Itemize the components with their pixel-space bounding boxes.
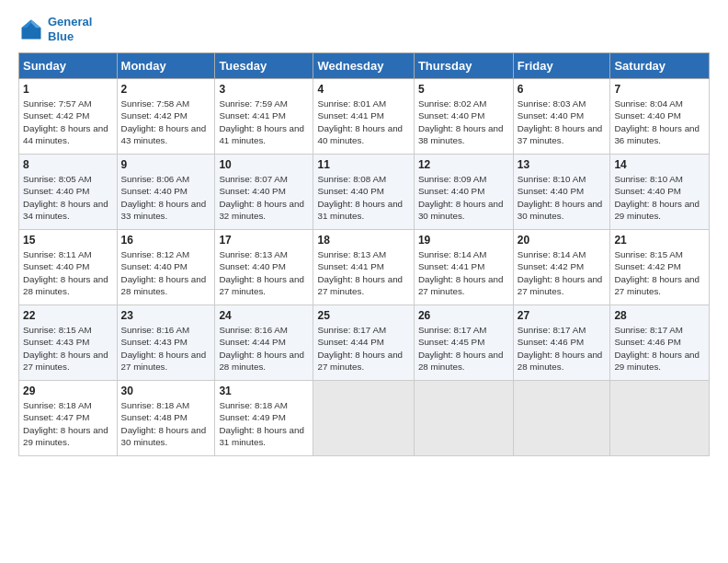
cell-info: Sunrise: 8:13 AMSunset: 4:40 PMDaylight:… <box>219 249 304 296</box>
cell-info: Sunrise: 8:05 AMSunset: 4:40 PMDaylight:… <box>23 174 108 221</box>
cell-info: Sunrise: 8:15 AMSunset: 4:43 PMDaylight:… <box>23 325 108 372</box>
day-number: 17 <box>219 234 309 247</box>
calendar-cell: 16 Sunrise: 8:12 AMSunset: 4:40 PMDaylig… <box>117 230 215 305</box>
day-header: Friday <box>513 53 610 79</box>
calendar-cell: 28 Sunrise: 8:17 AMSunset: 4:46 PMDaylig… <box>610 305 710 381</box>
cell-info: Sunrise: 8:14 AMSunset: 4:41 PMDaylight:… <box>418 249 504 296</box>
cell-info: Sunrise: 8:10 AMSunset: 4:40 PMDaylight:… <box>614 174 700 221</box>
cell-info: Sunrise: 8:13 AMSunset: 4:41 PMDaylight:… <box>317 249 403 296</box>
day-number: 26 <box>418 309 509 322</box>
calendar-cell: 2 Sunrise: 7:58 AMSunset: 4:42 PMDayligh… <box>117 79 215 155</box>
day-header: Thursday <box>414 53 513 79</box>
day-number: 30 <box>121 385 211 397</box>
logo-icon <box>18 17 44 42</box>
cell-info: Sunrise: 8:15 AMSunset: 4:42 PMDaylight:… <box>614 249 700 296</box>
day-number: 2 <box>121 83 211 96</box>
day-number: 5 <box>418 83 509 96</box>
calendar-cell: 8 Sunrise: 8:05 AMSunset: 4:40 PMDayligh… <box>19 155 118 230</box>
header: General Blue <box>18 15 710 43</box>
calendar-cell: 25 Sunrise: 8:17 AMSunset: 4:44 PMDaylig… <box>313 305 414 381</box>
calendar-cell: 3 Sunrise: 7:59 AMSunset: 4:41 PMDayligh… <box>215 79 313 155</box>
day-number: 19 <box>418 234 509 247</box>
calendar-cell: 26 Sunrise: 8:17 AMSunset: 4:45 PMDaylig… <box>414 305 513 381</box>
cell-info: Sunrise: 8:16 AMSunset: 4:43 PMDaylight:… <box>121 325 207 372</box>
calendar-cell: 21 Sunrise: 8:15 AMSunset: 4:42 PMDaylig… <box>610 230 710 305</box>
day-header: Saturday <box>610 53 710 79</box>
day-number: 29 <box>23 385 113 397</box>
cell-info: Sunrise: 8:17 AMSunset: 4:46 PMDaylight:… <box>614 325 700 372</box>
cell-info: Sunrise: 8:12 AMSunset: 4:40 PMDaylight:… <box>121 249 207 296</box>
day-number: 4 <box>317 83 409 96</box>
calendar-cell <box>414 381 513 456</box>
calendar-cell <box>513 381 610 456</box>
cell-info: Sunrise: 8:06 AMSunset: 4:40 PMDaylight:… <box>121 174 207 221</box>
cell-info: Sunrise: 8:10 AMSunset: 4:40 PMDaylight:… <box>518 174 603 221</box>
calendar-cell <box>313 381 414 456</box>
day-header: Tuesday <box>215 53 313 79</box>
calendar-cell: 19 Sunrise: 8:14 AMSunset: 4:41 PMDaylig… <box>414 230 513 305</box>
cell-info: Sunrise: 8:09 AMSunset: 4:40 PMDaylight:… <box>418 174 504 221</box>
calendar-cell: 6 Sunrise: 8:03 AMSunset: 4:40 PMDayligh… <box>513 79 610 155</box>
cell-info: Sunrise: 8:02 AMSunset: 4:40 PMDaylight:… <box>418 98 504 145</box>
cell-info: Sunrise: 8:16 AMSunset: 4:44 PMDaylight:… <box>219 325 304 372</box>
day-number: 8 <box>23 158 113 171</box>
calendar-cell: 30 Sunrise: 8:18 AMSunset: 4:48 PMDaylig… <box>117 381 215 456</box>
logo: General Blue <box>18 15 92 43</box>
cell-info: Sunrise: 8:17 AMSunset: 4:46 PMDaylight:… <box>518 325 603 372</box>
day-number: 31 <box>219 385 309 397</box>
calendar-cell: 1 Sunrise: 7:57 AMSunset: 4:42 PMDayligh… <box>19 79 118 155</box>
day-number: 16 <box>121 234 211 247</box>
day-number: 6 <box>518 83 607 96</box>
day-number: 28 <box>614 309 705 322</box>
day-number: 7 <box>614 83 705 96</box>
calendar-cell: 23 Sunrise: 8:16 AMSunset: 4:43 PMDaylig… <box>117 305 215 381</box>
calendar-cell: 14 Sunrise: 8:10 AMSunset: 4:40 PMDaylig… <box>610 155 710 230</box>
cell-info: Sunrise: 8:03 AMSunset: 4:40 PMDaylight:… <box>518 98 603 145</box>
day-number: 13 <box>518 158 607 171</box>
calendar-table: SundayMondayTuesdayWednesdayThursdayFrid… <box>18 52 710 456</box>
calendar-cell: 18 Sunrise: 8:13 AMSunset: 4:41 PMDaylig… <box>313 230 414 305</box>
cell-info: Sunrise: 8:18 AMSunset: 4:48 PMDaylight:… <box>121 400 207 447</box>
calendar-cell: 10 Sunrise: 8:07 AMSunset: 4:40 PMDaylig… <box>215 155 313 230</box>
calendar-cell: 11 Sunrise: 8:08 AMSunset: 4:40 PMDaylig… <box>313 155 414 230</box>
cell-info: Sunrise: 7:57 AMSunset: 4:42 PMDaylight:… <box>23 98 108 145</box>
day-number: 24 <box>219 309 309 322</box>
cell-info: Sunrise: 8:11 AMSunset: 4:40 PMDaylight:… <box>23 249 108 296</box>
calendar-cell: 22 Sunrise: 8:15 AMSunset: 4:43 PMDaylig… <box>19 305 118 381</box>
day-number: 25 <box>317 309 409 322</box>
day-number: 15 <box>23 234 113 247</box>
day-number: 1 <box>23 83 113 96</box>
cell-info: Sunrise: 8:18 AMSunset: 4:47 PMDaylight:… <box>23 400 108 447</box>
cell-info: Sunrise: 8:17 AMSunset: 4:44 PMDaylight:… <box>317 325 403 372</box>
calendar-cell: 13 Sunrise: 8:10 AMSunset: 4:40 PMDaylig… <box>513 155 610 230</box>
cell-info: Sunrise: 8:04 AMSunset: 4:40 PMDaylight:… <box>614 98 700 145</box>
day-number: 22 <box>23 309 113 322</box>
calendar-cell: 4 Sunrise: 8:01 AMSunset: 4:41 PMDayligh… <box>313 79 414 155</box>
day-number: 18 <box>317 234 409 247</box>
day-number: 14 <box>614 158 705 171</box>
calendar-cell: 15 Sunrise: 8:11 AMSunset: 4:40 PMDaylig… <box>19 230 118 305</box>
cell-info: Sunrise: 7:58 AMSunset: 4:42 PMDaylight:… <box>121 98 207 145</box>
calendar-cell: 12 Sunrise: 8:09 AMSunset: 4:40 PMDaylig… <box>414 155 513 230</box>
page-container: General Blue SundayMondayTuesdayWednesda… <box>0 0 728 465</box>
calendar-cell: 24 Sunrise: 8:16 AMSunset: 4:44 PMDaylig… <box>215 305 313 381</box>
calendar-cell: 27 Sunrise: 8:17 AMSunset: 4:46 PMDaylig… <box>513 305 610 381</box>
day-number: 11 <box>317 158 409 171</box>
day-number: 27 <box>518 309 607 322</box>
calendar-cell: 5 Sunrise: 8:02 AMSunset: 4:40 PMDayligh… <box>414 79 513 155</box>
day-number: 23 <box>121 309 211 322</box>
day-header: Sunday <box>19 53 118 79</box>
cell-info: Sunrise: 8:14 AMSunset: 4:42 PMDaylight:… <box>518 249 603 296</box>
day-number: 12 <box>418 158 509 171</box>
calendar-cell: 20 Sunrise: 8:14 AMSunset: 4:42 PMDaylig… <box>513 230 610 305</box>
cell-info: Sunrise: 8:07 AMSunset: 4:40 PMDaylight:… <box>219 174 304 221</box>
day-header: Wednesday <box>313 53 414 79</box>
day-number: 20 <box>518 234 607 247</box>
cell-info: Sunrise: 8:18 AMSunset: 4:49 PMDaylight:… <box>219 400 304 447</box>
day-number: 3 <box>219 83 309 96</box>
cell-info: Sunrise: 8:01 AMSunset: 4:41 PMDaylight:… <box>317 98 403 145</box>
calendar-cell: 31 Sunrise: 8:18 AMSunset: 4:49 PMDaylig… <box>215 381 313 456</box>
calendar-cell <box>610 381 710 456</box>
day-header: Monday <box>117 53 215 79</box>
cell-info: Sunrise: 7:59 AMSunset: 4:41 PMDaylight:… <box>219 98 304 145</box>
